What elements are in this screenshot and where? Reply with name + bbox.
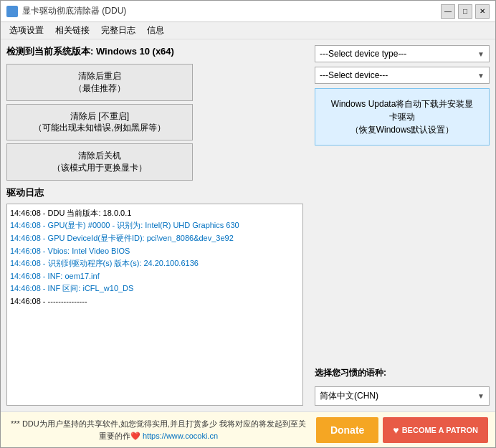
log-area[interactable]: 14:46:08 - DDU 当前版本: 18.0.0.1 14:46:08 -… — [6, 204, 303, 406]
main-content: 检测到当前系统版本: Windows 10 (x64) 清除后重启 （最佳推荐）… — [1, 39, 495, 411]
log-line: 14:46:08 - INF 区间: iCFL_w10_DS — [10, 282, 300, 295]
system-info: 检测到当前系统版本: Windows 10 (x64) — [6, 45, 303, 58]
log-line: 14:46:08 - DDU 当前版本: 18.0.0.1 — [10, 207, 300, 220]
log-line: 14:46:08 - INF: oem17.inf — [10, 270, 300, 283]
app-icon — [6, 6, 18, 17]
menu-item-links[interactable]: 相关链接 — [49, 23, 95, 38]
left-panel: 检测到当前系统版本: Windows 10 (x64) 清除后重启 （最佳推荐）… — [1, 39, 309, 411]
windows-update-button[interactable]: Windows Updata将自动下载并安装显 卡驱动 （恢复Windows默认… — [315, 88, 490, 146]
log-line: 14:46:08 - --------------- — [10, 295, 300, 308]
chevron-down-icon: ▼ — [477, 392, 485, 400]
patron-button[interactable]: ♥ BECOME A PATRON — [383, 417, 488, 443]
log-line: 14:46:08 - 识别到驱动程序(s) 版本(s): 24.20.100.6… — [10, 257, 300, 270]
log-line: 14:46:08 - Vbios: Intel Video BIOS — [10, 245, 300, 258]
menu-item-info[interactable]: 信息 — [141, 23, 170, 38]
chevron-down-icon: ▼ — [477, 50, 485, 58]
spacer — [315, 150, 490, 363]
lang-select[interactable]: 简体中文(CHN) ▼ — [315, 386, 490, 406]
menu-item-log[interactable]: 完整日志 — [95, 23, 141, 38]
title-bar: 显卡驱动彻底清除器 (DDU) — □ ✕ — [1, 1, 495, 22]
minimize-button[interactable]: — — [441, 4, 455, 19]
maximize-button[interactable]: □ — [458, 4, 472, 19]
log-line: 14:46:08 - GPU DeviceId(显卡硬件ID): pci\ven… — [10, 232, 300, 245]
title-bar-left: 显卡驱动彻底清除器 (DDU) — [6, 5, 126, 17]
clean-restart-button[interactable]: 清除后重启 （最佳推荐） — [6, 64, 193, 101]
website-link[interactable]: https://www.cocoki.cn — [143, 432, 218, 440]
bottom-bar: *** DDU为用户坚持的共享软件,如您觉得实用,并且打赏多少 我将对应的将发起… — [1, 411, 495, 447]
menu-item-options[interactable]: 选项设置 — [4, 23, 49, 38]
select-device[interactable]: ---Select device--- ▼ — [315, 67, 490, 84]
clean-no-restart-button[interactable]: 清除后 [不重启] （可能出现未知错误,例如黑屏等） — [6, 104, 193, 141]
menu-bar: 选项设置 相关链接 完整日志 信息 — [1, 22, 495, 39]
main-window: 显卡驱动彻底清除器 (DDU) — □ ✕ 选项设置 相关链接 完整日志 信息 … — [0, 0, 496, 448]
patron-icon: ♥ — [393, 424, 399, 436]
select-device-type[interactable]: ---Select device type--- ▼ — [315, 45, 490, 62]
window-controls: — □ ✕ — [441, 4, 490, 19]
log-line: 14:46:08 - GPU(显卡) #0000 - 识别为: Intel(R)… — [10, 219, 300, 232]
chevron-down-icon: ▼ — [477, 72, 485, 80]
close-button[interactable]: ✕ — [475, 4, 490, 19]
clean-shutdown-button[interactable]: 清除后关机 （该模式用于更换显卡） — [6, 143, 193, 181]
window-title: 显卡驱动彻底清除器 (DDU) — [22, 5, 126, 17]
right-panel: ---Select device type--- ▼ ---Select dev… — [309, 39, 495, 411]
log-section-title: 驱动日志 — [6, 186, 303, 199]
lang-label: 选择您习惯的语种: — [315, 367, 490, 379]
bottom-text: *** DDU为用户坚持的共享软件,如您觉得实用,并且打赏多少 我将对应的将发起… — [8, 418, 309, 442]
donate-button[interactable]: Donate — [316, 417, 378, 443]
